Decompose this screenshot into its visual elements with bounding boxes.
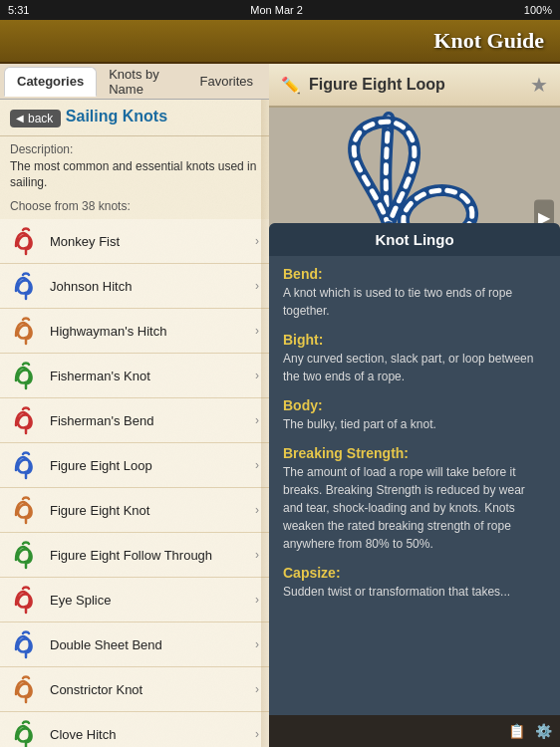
knot-name-label: Eye Splice bbox=[50, 593, 255, 608]
chevron-right-icon: › bbox=[255, 413, 259, 427]
knot-icon bbox=[10, 360, 42, 391]
knot-icon bbox=[10, 539, 42, 571]
knot-name-label: Monkey Fist bbox=[50, 234, 255, 249]
section-title: Sailing Knots bbox=[66, 108, 167, 124]
knot-icon bbox=[10, 673, 42, 705]
knot-list-item[interactable]: Fisherman's Bend› bbox=[0, 398, 269, 443]
knot-list-item[interactable]: Monkey Fist› bbox=[0, 219, 269, 264]
knot-icon bbox=[10, 225, 42, 257]
lingo-term-title: Body: bbox=[283, 397, 546, 413]
knot-name-label: Figure Eight Loop bbox=[50, 458, 255, 473]
knot-list-item[interactable]: Highwayman's Hitch› bbox=[0, 309, 269, 354]
app-header: Knot Guide bbox=[0, 20, 560, 64]
detail-header: ✏️ Figure Eight Loop ★ bbox=[269, 64, 560, 108]
knot-name-label: Figure Eight Knot bbox=[50, 503, 255, 518]
knot-list-item[interactable]: Double Sheet Bend› bbox=[0, 622, 269, 667]
knot-name-label: Fisherman's Bend bbox=[50, 413, 255, 428]
edit-icon[interactable]: ✏️ bbox=[281, 76, 301, 95]
chevron-right-icon: › bbox=[255, 324, 259, 338]
bottom-toolbar: 📋 ⚙️ bbox=[269, 715, 560, 747]
tab-bar: Categories Knots by Name Favorites bbox=[0, 64, 269, 100]
knot-list: Monkey Fist› Johnson Hitch› Highwayman's… bbox=[0, 219, 269, 747]
knot-icon bbox=[10, 315, 42, 347]
lingo-term-body: The amount of load a rope will take befo… bbox=[283, 463, 546, 553]
knot-list-item[interactable]: Eye Splice› bbox=[0, 578, 269, 622]
tab-knots-by-name[interactable]: Knots by Name bbox=[97, 67, 187, 97]
chevron-right-icon: › bbox=[255, 234, 259, 248]
chevron-right-icon: › bbox=[255, 503, 259, 517]
chevron-right-icon: › bbox=[255, 682, 259, 696]
lingo-term-body: Any curved section, slack part, or loop … bbox=[283, 350, 546, 385]
knot-name-label: Figure Eight Follow Through bbox=[50, 548, 255, 563]
knot-icon bbox=[10, 584, 42, 616]
chevron-right-icon: › bbox=[255, 458, 259, 472]
lingo-term: Body:The bulky, tied part of a knot. bbox=[283, 397, 546, 433]
knot-icon bbox=[10, 270, 42, 302]
app-title: Knot Guide bbox=[433, 28, 544, 54]
status-battery: 100% bbox=[524, 4, 552, 16]
lingo-term: Bend:A knot which is used to tie two end… bbox=[283, 266, 546, 320]
knot-list-item[interactable]: Fisherman's Knot› bbox=[0, 354, 269, 398]
knot-name-label: Constrictor Knot bbox=[50, 682, 255, 697]
knot-icon bbox=[10, 718, 42, 747]
chevron-right-icon: › bbox=[255, 548, 259, 562]
knot-list-item[interactable]: Clove Hitch› bbox=[0, 712, 269, 747]
favorite-star-icon[interactable]: ★ bbox=[530, 73, 548, 97]
choose-label: Choose from 38 knots: bbox=[0, 195, 269, 219]
knot-icon bbox=[10, 404, 42, 436]
settings-icon[interactable]: ⚙️ bbox=[535, 723, 552, 739]
knot-name-label: Double Sheet Bend bbox=[50, 637, 255, 652]
lingo-term-body: Sudden twist or transformation that take… bbox=[283, 583, 546, 601]
chevron-right-icon: › bbox=[255, 637, 259, 651]
lingo-term-title: Capsize: bbox=[283, 565, 546, 581]
lingo-term-body: A knot which is used to tie two ends of … bbox=[283, 284, 546, 320]
knot-name-label: Clove Hitch bbox=[50, 727, 255, 742]
lingo-term: Bight:Any curved section, slack part, or… bbox=[283, 332, 546, 385]
status-time: 5:31 bbox=[8, 4, 29, 16]
knot-list-item[interactable]: Figure Eight Follow Through› bbox=[0, 533, 269, 578]
tab-favorites[interactable]: Favorites bbox=[188, 67, 265, 97]
lingo-content: Bend:A knot which is used to tie two end… bbox=[269, 256, 560, 622]
chevron-right-icon: › bbox=[255, 727, 259, 741]
lingo-term-title: Bend: bbox=[283, 266, 546, 282]
status-bar: 5:31 Mon Mar 2 100% bbox=[0, 0, 560, 20]
status-day: Mon Mar 2 bbox=[250, 4, 303, 16]
chevron-right-icon: › bbox=[255, 593, 259, 607]
knot-icon bbox=[10, 449, 42, 481]
detail-title: Figure Eight Loop bbox=[309, 76, 530, 94]
knot-name-label: Fisherman's Knot bbox=[50, 369, 255, 383]
knot-lingo-panel[interactable]: Knot Lingo Bend:A knot which is used to … bbox=[269, 223, 560, 747]
back-button[interactable]: back bbox=[10, 110, 61, 127]
chevron-right-icon: › bbox=[255, 279, 259, 293]
lingo-term: Breaking Strength:The amount of load a r… bbox=[283, 445, 546, 553]
lingo-term-body: The bulky, tied part of a knot. bbox=[283, 415, 546, 433]
lingo-term-title: Bight: bbox=[283, 332, 546, 348]
lingo-term-title: Breaking Strength: bbox=[283, 445, 546, 461]
knot-name-label: Highwayman's Hitch bbox=[50, 324, 255, 339]
knot-list-item[interactable]: Constrictor Knot› bbox=[0, 667, 269, 712]
left-panel: back Sailing Knots Description: The most… bbox=[0, 100, 269, 747]
chevron-right-icon: › bbox=[255, 369, 259, 382]
knot-list-item[interactable]: Figure Eight Loop› bbox=[0, 443, 269, 488]
lingo-title: Knot Lingo bbox=[269, 223, 560, 256]
knot-icon bbox=[10, 628, 42, 660]
knot-list-item[interactable]: Johnson Hitch› bbox=[0, 264, 269, 309]
knot-list-item[interactable]: Figure Eight Knot› bbox=[0, 488, 269, 533]
panel-header: back Sailing Knots bbox=[0, 100, 269, 136]
tab-categories[interactable]: Categories bbox=[4, 67, 97, 97]
lingo-term: Capsize:Sudden twist or transformation t… bbox=[283, 565, 546, 601]
knot-name-label: Johnson Hitch bbox=[50, 279, 255, 294]
clipboard-icon[interactable]: 📋 bbox=[508, 723, 525, 739]
description-label: Description: bbox=[0, 136, 269, 158]
knot-icon bbox=[10, 494, 42, 526]
right-panel: ✏️ Figure Eight Loop ★ bbox=[269, 64, 560, 747]
description-text: The most common and essential knots used… bbox=[0, 158, 269, 196]
